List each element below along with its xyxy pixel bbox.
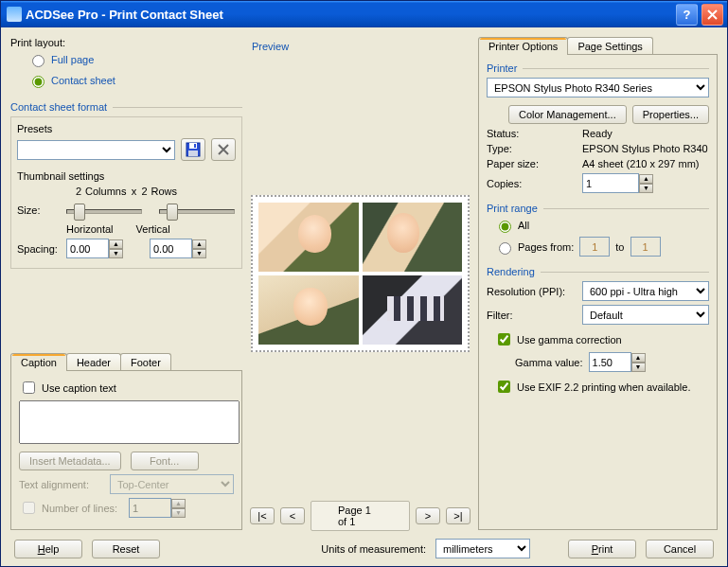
close-button[interactable] xyxy=(701,4,723,26)
pages-to-input xyxy=(630,237,661,257)
tab-header[interactable]: Header xyxy=(66,353,121,371)
size-label: Size: xyxy=(17,204,61,216)
font-button: Font... xyxy=(131,452,199,470)
right-column: Printer Options Page Settings Printer EP… xyxy=(478,37,718,531)
printer-tabs: Printer Options Page Settings xyxy=(478,37,718,55)
units-label: Units of measurement: xyxy=(321,543,426,555)
radio-pages-from[interactable]: Pages from: xyxy=(494,239,574,255)
cancel-button[interactable]: Cancel xyxy=(646,540,714,558)
full-page-label: Full page xyxy=(51,54,94,65)
titlebar: ACDSee Pro - Print Contact Sheet ? xyxy=(1,1,727,27)
paper-label: Paper size: xyxy=(487,158,577,169)
caption-textarea[interactable] xyxy=(19,400,240,444)
rendering-heading: Rendering xyxy=(487,266,709,277)
delete-icon xyxy=(217,143,230,156)
page-indicator: Page 1 of 1 xyxy=(311,501,410,531)
x-label: x xyxy=(130,186,137,197)
status-label: Status: xyxy=(487,128,577,139)
preview-thumb xyxy=(258,275,359,345)
spacing-label: Spacing: xyxy=(17,243,61,255)
gamma-spinner[interactable]: ▲▼ xyxy=(589,352,646,372)
insert-metadata-button: Insert Metadata... xyxy=(19,452,121,470)
radio-all-pages[interactable]: All xyxy=(494,218,709,233)
next-page-button[interactable]: > xyxy=(416,507,440,524)
pages-from-input xyxy=(579,237,610,257)
rows-value: 2 xyxy=(141,186,147,197)
print-range-heading: Print range xyxy=(487,203,709,214)
number-of-lines-checkbox: Number of lines: xyxy=(19,499,123,517)
type-value: EPSON Stylus Photo R340 xyxy=(582,143,708,154)
caption-panel: Use caption text Insert Metadata... Font… xyxy=(10,370,242,530)
reset-button[interactable]: Reset xyxy=(92,540,160,558)
help-action-button[interactable]: Help xyxy=(14,540,82,558)
close-icon xyxy=(707,9,718,20)
window: ACDSee Pro - Print Contact Sheet ? Print… xyxy=(0,0,728,567)
print-button[interactable]: Print xyxy=(568,540,636,558)
prev-page-button[interactable]: < xyxy=(280,507,305,524)
copies-spinner[interactable]: ▲▼ xyxy=(582,173,653,193)
client-area: Print layout: Full page Contact sheet Co… xyxy=(1,27,727,566)
filter-select[interactable]: Default xyxy=(582,305,709,325)
gamma-label: Gamma value: xyxy=(515,357,583,368)
use-caption-checkbox[interactable]: Use caption text xyxy=(19,379,234,397)
save-preset-button[interactable] xyxy=(181,138,205,161)
horizontal-spacing-spinner[interactable]: ▲▼ xyxy=(66,239,123,258)
text-alignment-label: Text alignment: xyxy=(19,479,104,490)
print-layout-label: Print layout: xyxy=(10,37,242,48)
save-icon xyxy=(186,142,201,157)
rows-slider[interactable] xyxy=(159,201,235,220)
svg-rect-2 xyxy=(188,151,198,156)
preview-label: Preview xyxy=(252,41,471,52)
rows-label: Rows xyxy=(151,186,178,197)
radio-contact-sheet[interactable]: Contact sheet xyxy=(27,73,242,88)
tab-footer[interactable]: Footer xyxy=(120,353,171,371)
printer-select[interactable]: EPSON Stylus Photo R340 Series xyxy=(487,78,709,97)
help-button[interactable]: ? xyxy=(676,4,698,26)
tab-printer-options[interactable]: Printer Options xyxy=(478,37,568,55)
printer-heading: Printer xyxy=(487,62,709,74)
columns-slider[interactable] xyxy=(66,201,142,220)
vertical-label: Vertical xyxy=(136,223,170,235)
tab-page-settings[interactable]: Page Settings xyxy=(567,37,653,55)
pages-to-label: to xyxy=(615,241,624,253)
resolution-label: Resolution (PPI): xyxy=(487,286,577,297)
contact-sheet-format-heading: Contact sheet format xyxy=(10,101,242,113)
middle-column: Preview |< < Page 1 of 1 > >| xyxy=(250,37,471,531)
color-management-button[interactable]: Color Management... xyxy=(508,105,627,124)
svg-rect-3 xyxy=(194,144,196,148)
columns-value: 2 xyxy=(76,186,81,197)
status-value: Ready xyxy=(582,128,613,139)
first-page-button[interactable]: |< xyxy=(250,507,275,524)
number-of-lines-spinner: ▲▼ xyxy=(129,498,186,518)
bottom-bar: Help Reset Units of measurement: millime… xyxy=(10,531,718,560)
horizontal-label: Horizontal xyxy=(66,223,114,235)
type-label: Type: xyxy=(487,143,577,154)
preview-thumb xyxy=(363,203,463,272)
columns-label: Columns xyxy=(85,186,126,197)
window-title: ACDSee Pro - Print Contact Sheet xyxy=(26,8,672,22)
preview-thumb xyxy=(363,275,463,345)
paper-value: A4 sheet (210 x 297 mm) xyxy=(582,158,700,169)
app-icon xyxy=(7,7,22,22)
delete-preset-button[interactable] xyxy=(211,138,236,161)
gamma-checkbox[interactable]: Use gamma correction xyxy=(494,330,709,348)
preview-thumb xyxy=(258,203,359,272)
text-alignment-select: Top-Center xyxy=(110,474,234,494)
contact-sheet-label: Contact sheet xyxy=(51,75,115,86)
preview-area xyxy=(251,195,470,352)
printer-options-panel: Printer EPSON Stylus Photo R340 Series C… xyxy=(478,54,718,530)
tab-caption[interactable]: Caption xyxy=(10,353,67,371)
radio-full-page[interactable]: Full page xyxy=(27,52,242,67)
last-page-button[interactable]: >| xyxy=(446,507,471,524)
presets-select[interactable] xyxy=(17,140,175,160)
presets-label: Presets xyxy=(17,123,236,134)
properties-button[interactable]: Properties... xyxy=(632,105,709,124)
exif-checkbox[interactable]: Use EXIF 2.2 printing when available. xyxy=(494,378,709,396)
copies-label: Copies: xyxy=(487,178,577,189)
thumbnail-settings-label: Thumbnail settings xyxy=(17,170,236,182)
vertical-spacing-spinner[interactable]: ▲▼ xyxy=(150,239,206,258)
presets-group: Presets xyxy=(10,116,242,269)
resolution-select[interactable]: 600 ppi - Ultra high xyxy=(582,281,709,301)
pager: |< < Page 1 of 1 > >| xyxy=(250,501,471,531)
units-select[interactable]: millimeters xyxy=(435,539,530,558)
